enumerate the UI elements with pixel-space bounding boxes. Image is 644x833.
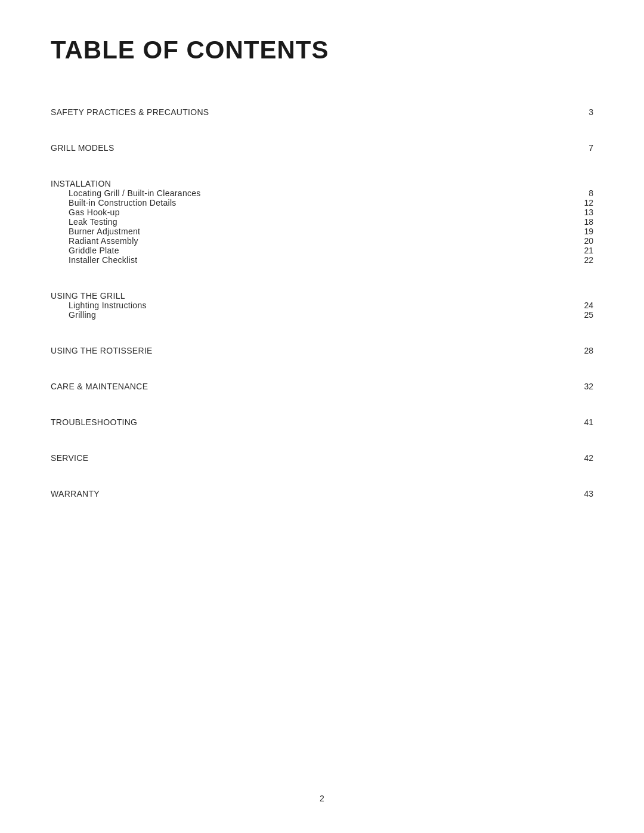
toc-label-rotisserie: USING THE ROTISSERIE [51, 333, 575, 355]
toc-row-gas: Gas Hook-up 13 [51, 208, 593, 217]
toc-page-locating: 8 [575, 188, 593, 198]
toc-label-radiant: Radiant Assembly [51, 236, 575, 246]
toc-page-radiant: 20 [575, 236, 593, 246]
toc-label-troubleshooting: TROUBLESHOOTING [51, 404, 575, 427]
toc-page-builtin: 12 [575, 198, 593, 208]
toc-row-installer: Installer Checklist 22 [51, 255, 593, 265]
toc-row-care: CARE & MAINTENANCE 32 [51, 368, 593, 391]
toc-page-grilling: 25 [575, 310, 593, 320]
toc-row-rotisserie: USING THE ROTISSERIE 28 [51, 333, 593, 355]
toc-label-grill-models: GRILL MODELS [51, 130, 575, 153]
toc-label-safety: SAFETY PRACTICES & PRECAUTIONS [51, 94, 575, 117]
toc-page-burner: 19 [575, 227, 593, 236]
toc-page-grill-models: 7 [575, 143, 593, 153]
toc-row-warranty: WARRANTY 43 [51, 476, 593, 498]
toc-label-grilling: Grilling [51, 310, 575, 320]
toc-container: SAFETY PRACTICES & PRECAUTIONS 3 GRILL M… [51, 94, 593, 498]
toc-page-installer: 22 [575, 255, 593, 265]
toc-label-locating: Locating Grill / Built-in Clearances [51, 188, 575, 198]
page-title: TABLE OF CONTENTS [51, 36, 593, 64]
toc-row-locating: Locating Grill / Built-in Clearances 8 [51, 188, 593, 198]
toc-row-using-grill: USING THE GRILL [51, 278, 593, 301]
toc-row-grilling: Grilling 25 [51, 310, 593, 320]
toc-row-leak: Leak Testing 18 [51, 217, 593, 227]
toc-page-troubleshooting: 41 [575, 417, 593, 427]
toc-row-troubleshooting: TROUBLESHOOTING 41 [51, 404, 593, 427]
toc-label-gas: Gas Hook-up [51, 208, 575, 217]
toc-row-griddle: Griddle Plate 21 [51, 246, 593, 255]
toc-label-care: CARE & MAINTENANCE [51, 368, 575, 391]
page-number: 2 [320, 794, 324, 803]
toc-label-burner: Burner Adjustment [51, 227, 575, 236]
toc-label-lighting: Lighting Instructions [51, 301, 575, 310]
toc-label-leak: Leak Testing [51, 217, 575, 227]
toc-page-rotisserie: 28 [575, 346, 593, 355]
toc-row-grill-models: GRILL MODELS 7 [51, 130, 593, 153]
toc-page-safety: 3 [575, 107, 593, 117]
toc-row-burner: Burner Adjustment 19 [51, 227, 593, 236]
toc-page-care: 32 [575, 382, 593, 391]
toc-page-lighting: 24 [575, 301, 593, 310]
toc-label-warranty: WARRANTY [51, 476, 575, 498]
page: TABLE OF CONTENTS SAFETY PRACTICES & PRE… [0, 0, 644, 833]
toc-row-radiant: Radiant Assembly 20 [51, 236, 593, 246]
toc-label-service: SERVICE [51, 440, 575, 463]
toc-label-builtin: Built-in Construction Details [51, 198, 575, 208]
toc-label-using-grill: USING THE GRILL [51, 278, 575, 301]
toc-row-safety: SAFETY PRACTICES & PRECAUTIONS 3 [51, 94, 593, 117]
toc-label-installation: INSTALLATION [51, 166, 575, 188]
toc-row-lighting: Lighting Instructions 24 [51, 301, 593, 310]
toc-label-installer: Installer Checklist [51, 255, 575, 265]
toc-row-installation: INSTALLATION [51, 166, 593, 188]
toc-label-griddle: Griddle Plate [51, 246, 575, 255]
toc-page-warranty: 43 [575, 489, 593, 498]
toc-page-leak: 18 [575, 217, 593, 227]
toc-row-service: SERVICE 42 [51, 440, 593, 463]
toc-page-service: 42 [575, 453, 593, 463]
toc-row-builtin: Built-in Construction Details 12 [51, 198, 593, 208]
toc-page-griddle: 21 [575, 246, 593, 255]
toc-page-gas: 13 [575, 208, 593, 217]
